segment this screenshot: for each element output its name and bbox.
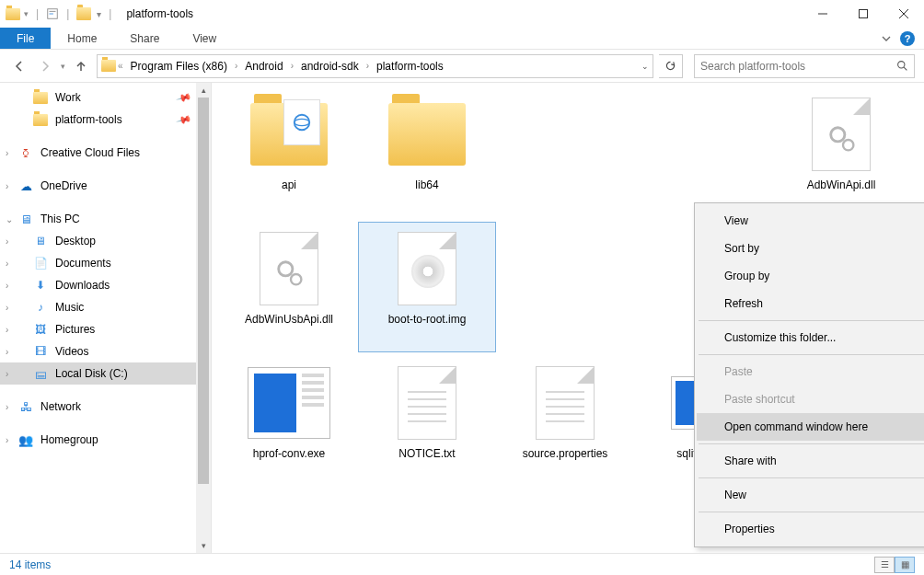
file-thumb xyxy=(248,94,330,175)
music-icon: ♪ xyxy=(33,300,48,315)
search-box[interactable]: Search platform-tools xyxy=(694,54,915,78)
menu-item[interactable]: Sort by› xyxy=(697,235,924,262)
tab-home[interactable]: Home xyxy=(51,28,113,49)
forward-button[interactable] xyxy=(35,56,55,76)
address-dropdown-icon[interactable]: ⌄ xyxy=(641,62,649,71)
menu-label: View xyxy=(724,214,748,227)
expander-icon[interactable]: ⌄ xyxy=(6,214,13,224)
expander-icon[interactable]: › xyxy=(6,148,8,158)
file-item[interactable]: hprof-conv.exe xyxy=(221,357,357,486)
menu-item[interactable]: Customize this folder... xyxy=(697,324,924,351)
tree-homegroup[interactable]: ›👥Homegroup xyxy=(0,429,211,451)
view-details-button[interactable]: ☰ xyxy=(874,557,895,573)
crumb-android-sdk[interactable]: android-sdk xyxy=(295,55,364,77)
up-button[interactable] xyxy=(71,56,91,76)
tree-downloads[interactable]: ›⬇Downloads xyxy=(0,274,211,296)
scroll-thumb[interactable] xyxy=(198,98,209,484)
file-item[interactable]: AdbWinApi.dll xyxy=(773,88,909,217)
crumb-sep-icon[interactable]: › xyxy=(235,61,237,71)
file-item[interactable]: boot-to-root.img xyxy=(359,223,495,351)
menu-item[interactable]: Open command window here xyxy=(697,413,924,441)
tab-share[interactable]: Share xyxy=(113,28,176,49)
crumb-program-files[interactable]: Program Files (x86) xyxy=(125,55,233,77)
file-tab[interactable]: File xyxy=(0,28,51,49)
history-dropdown-icon[interactable]: ▾ xyxy=(61,62,65,71)
crumb-sep-icon[interactable]: › xyxy=(291,61,294,71)
maximize-button[interactable] xyxy=(843,1,884,27)
expander-icon[interactable]: › xyxy=(6,369,8,379)
properties-qat-icon[interactable] xyxy=(46,7,59,20)
back-button[interactable] xyxy=(9,56,29,76)
expander-icon[interactable]: › xyxy=(6,281,8,291)
crumb-root-sep[interactable]: « xyxy=(118,61,123,71)
file-item[interactable]: lib64 xyxy=(359,88,495,217)
file-item[interactable]: source.properties xyxy=(497,357,633,486)
expander-icon[interactable]: › xyxy=(6,303,8,313)
crumb-platform-tools[interactable]: platform-tools xyxy=(371,55,449,77)
menu-label: Customize this folder... xyxy=(724,331,836,344)
expander-icon[interactable]: › xyxy=(6,259,8,269)
svg-point-15 xyxy=(291,274,301,284)
expander-icon[interactable]: › xyxy=(6,347,8,357)
menu-item[interactable]: Share with› xyxy=(697,447,924,475)
quick-platform-tools[interactable]: platform-tools 📌 xyxy=(0,109,211,131)
crumb-sep-icon[interactable]: › xyxy=(366,61,369,71)
qat-dropdown-icon[interactable]: ▾ xyxy=(24,9,29,18)
close-button[interactable] xyxy=(884,1,924,27)
menu-item[interactable]: Properties xyxy=(697,515,924,543)
crumb-android[interactable]: Android xyxy=(239,55,288,77)
tab-view[interactable]: View xyxy=(176,28,233,49)
tree-network[interactable]: ›🖧Network xyxy=(0,396,211,418)
expander-icon[interactable]: › xyxy=(6,181,8,191)
file-thumb xyxy=(524,362,606,443)
expander-icon[interactable]: › xyxy=(6,435,8,445)
tree-music[interactable]: ›♪Music xyxy=(0,296,211,318)
help-button[interactable]: ? xyxy=(900,31,915,46)
folder-qat-icon[interactable] xyxy=(76,7,91,20)
tree-onedrive[interactable]: › ☁ OneDrive xyxy=(0,175,211,197)
file-item[interactable]: NOTICE.txt xyxy=(359,357,495,486)
file-item[interactable]: AdbWinUsbApi.dll xyxy=(221,223,357,351)
tree-label: This PC xyxy=(40,213,80,225)
scroll-up-icon[interactable]: ▴ xyxy=(196,83,211,98)
address-bar[interactable]: « Program Files (x86) › Android › androi… xyxy=(97,54,653,78)
menu-label: Paste shortcut xyxy=(724,393,795,406)
sidebar-scrollbar[interactable]: ▴ ▾ xyxy=(196,83,211,553)
expander-icon[interactable]: › xyxy=(6,402,8,412)
menu-item[interactable]: New› xyxy=(697,481,924,509)
file-list[interactable]: apilib64AdbWinApi.dllAdbWinUsbApi.dllboo… xyxy=(212,83,924,553)
expander-icon[interactable]: › xyxy=(6,236,8,247)
minimize-button[interactable] xyxy=(803,1,843,27)
tree-label: Videos xyxy=(55,345,88,358)
menu-item[interactable]: Refresh xyxy=(697,290,924,317)
scroll-down-icon[interactable]: ▾ xyxy=(196,538,211,553)
status-bar: 14 items ☰ ▦ xyxy=(0,553,924,575)
onedrive-icon: ☁ xyxy=(18,178,33,193)
menu-item[interactable]: Group by› xyxy=(697,262,924,290)
menu-label: Paste xyxy=(724,365,753,378)
tree-this-pc[interactable]: ⌄ 🖥 This PC xyxy=(0,208,211,230)
navbar: ▾ « Program Files (x86) › Android › andr… xyxy=(0,50,924,83)
menu-label: Group by xyxy=(724,270,769,282)
view-large-icons-button[interactable]: ▦ xyxy=(895,557,915,573)
menu-label: New xyxy=(724,489,746,501)
tree-desktop[interactable]: ›🖥Desktop xyxy=(0,230,211,252)
svg-line-9 xyxy=(904,67,907,70)
file-label: AdbWinUsbApi.dll xyxy=(245,313,333,327)
context-menu: View›Sort by›Group by›RefreshCustomize t… xyxy=(694,202,924,547)
tree-local-disk-c[interactable]: ›🖴Local Disk (C:) xyxy=(0,362,211,385)
ribbon-expand-icon[interactable] xyxy=(882,34,891,43)
tree-videos[interactable]: ›🎞Videos xyxy=(0,340,211,362)
file-thumb xyxy=(386,362,468,443)
refresh-button[interactable] xyxy=(659,54,683,78)
tree-pictures[interactable]: ›🖼Pictures xyxy=(0,318,211,340)
tree-label: Network xyxy=(40,400,81,413)
file-item[interactable]: api xyxy=(221,88,357,217)
menu-label: Open command window here xyxy=(724,420,868,433)
tree-creative-cloud[interactable]: › ⧲ Creative Cloud Files xyxy=(0,142,211,164)
menu-item[interactable]: View› xyxy=(697,207,924,235)
file-label: boot-to-root.img xyxy=(388,313,467,327)
quick-work[interactable]: Work 📌 xyxy=(0,86,211,109)
expander-icon[interactable]: › xyxy=(6,325,8,335)
tree-documents[interactable]: ›📄Documents xyxy=(0,252,211,274)
